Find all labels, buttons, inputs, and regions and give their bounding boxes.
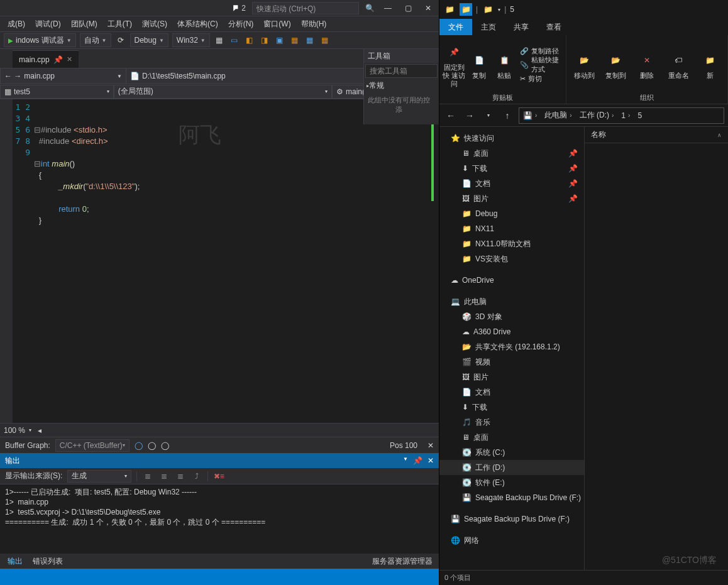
toolbox-search[interactable]: 搜索工具箱: [365, 64, 438, 78]
pin-quick-access[interactable]: 📌固定到快 速访问: [442, 42, 466, 88]
moveto-button[interactable]: 📂移动到: [569, 50, 599, 80]
buf-icon-1[interactable]: ◯: [135, 441, 143, 450]
tree-network[interactable]: 🌐网络: [439, 533, 584, 548]
out-tb-4[interactable]: ⤴: [191, 472, 202, 481]
tree-pc-11[interactable]: 💽软件 (E:): [439, 475, 584, 490]
bc-seg-2[interactable]: 1›: [617, 108, 634, 123]
code-content[interactable]: 阿飞⊟#include <stdio.h> #include <direct.h…: [34, 99, 439, 423]
nav-file[interactable]: ← → main.cpp▼: [1, 68, 126, 84]
paste-button[interactable]: 📋粘贴: [492, 50, 516, 80]
breadcrumb[interactable]: 💾› 此电脑› 工作 (D:)› 1› 5: [519, 107, 724, 124]
pin-icon[interactable]: 📌: [53, 55, 63, 64]
forward-button[interactable]: →: [462, 108, 477, 123]
tab-home[interactable]: 主页: [472, 19, 505, 35]
tree-pc-2[interactable]: 📂共享文件夹 (192.168.1.2): [439, 339, 584, 354]
back-button[interactable]: ←: [443, 108, 458, 123]
tab-output[interactable]: 输出: [3, 554, 28, 568]
file-list[interactable]: 名称∧: [584, 127, 728, 570]
bc-seg-1[interactable]: 工作 (D:)›: [576, 108, 618, 123]
tree-pc-0[interactable]: 🎲3D 对象: [439, 309, 584, 324]
notification-flag[interactable]: 2: [233, 4, 246, 13]
config1-dropdown[interactable]: 自动▼: [80, 33, 111, 47]
recent-dropdown[interactable]: ▾: [481, 108, 496, 123]
output-header[interactable]: 输出 ▼📌✕: [0, 453, 439, 468]
search-icon[interactable]: 🔍: [365, 4, 375, 13]
menu-architecture[interactable]: 体系结构(C): [172, 17, 223, 31]
bc-seg-0[interactable]: 此电脑›: [541, 108, 575, 123]
tree-pc-1[interactable]: ☁A360 Drive: [439, 324, 584, 339]
toolbox-category[interactable]: ▸ 常规: [364, 79, 439, 92]
platform-dropdown[interactable]: Win32▼: [172, 33, 210, 47]
toolbox-header[interactable]: 工具箱: [364, 49, 439, 63]
tree-quick-5[interactable]: 📁NX11: [439, 221, 584, 236]
tb-icon-4[interactable]: ◨: [259, 35, 270, 46]
cut-button[interactable]: ✂ 剪切: [517, 72, 563, 85]
refresh-icon[interactable]: ⟳: [115, 35, 126, 46]
tree-pc-7[interactable]: 🎵音乐: [439, 415, 584, 430]
copyto-button[interactable]: 📂复制到: [600, 50, 631, 80]
close-button[interactable]: ✕: [421, 4, 435, 13]
tab-share[interactable]: 共享: [505, 19, 538, 35]
chevron-down-icon[interactable]: ▾: [498, 7, 500, 13]
tree-pc-10[interactable]: 💽工作 (D:): [439, 460, 584, 475]
paste-shortcut[interactable]: 📎 粘贴快捷方式: [517, 58, 563, 71]
menu-tools[interactable]: 工具(T): [102, 17, 137, 31]
tb-icon-7[interactable]: ▦: [304, 35, 316, 46]
tree-pc-4[interactable]: 🖼图片: [439, 369, 584, 385]
tree-pc-8[interactable]: 🖥桌面: [439, 430, 584, 445]
new-button[interactable]: 📁新: [695, 50, 725, 80]
tree-quick-7[interactable]: 📁VS安装包: [439, 251, 584, 266]
close-icon[interactable]: ✕: [67, 55, 72, 63]
menu-debug[interactable]: 调试(D): [30, 17, 66, 31]
chevron-down-icon[interactable]: ▼: [403, 456, 408, 465]
pin-icon[interactable]: 📌: [413, 456, 422, 465]
tree-extra-0[interactable]: 💾Seagate Backup Plus Drive (F:): [439, 511, 584, 527]
tree-onedrive[interactable]: ☁OneDrive: [439, 273, 584, 288]
maximize-button[interactable]: ▢: [401, 4, 415, 13]
tree-pc-9[interactable]: 💽系统 (C:): [439, 445, 584, 460]
tb-icon-3[interactable]: ◧: [244, 35, 255, 46]
config-dropdown[interactable]: Debug▼: [130, 33, 168, 47]
tree-pc-12[interactable]: 💾Seagate Backup Plus Drive (F:): [439, 490, 584, 505]
out-tb-3[interactable]: ≣: [175, 472, 186, 481]
tb-icon-8[interactable]: ▦: [319, 35, 331, 46]
tree-quick-3[interactable]: 🖼图片📌: [439, 191, 584, 206]
tab-file[interactable]: 文件: [439, 19, 472, 35]
bc-seg-3[interactable]: 5: [634, 108, 646, 123]
tree-quick-0[interactable]: 🖥桌面📌: [439, 146, 584, 161]
nav-tree[interactable]: ⭐快速访问🖥桌面📌⬇下载📌📄文档📌🖼图片📌📁Debug📁NX11📁NX11.0帮…: [439, 127, 584, 570]
tree-thispc[interactable]: 💻此电脑: [439, 294, 584, 309]
delete-button[interactable]: ✕删除: [632, 50, 662, 80]
tree-quick-2[interactable]: 📄文档📌: [439, 176, 584, 191]
menu-test[interactable]: 测试(S): [137, 17, 172, 31]
close-icon[interactable]: ✕: [427, 456, 434, 465]
close-icon[interactable]: ✕: [427, 441, 434, 450]
server-explorer[interactable]: 服务器资源管理器: [368, 554, 436, 568]
tab-errorlist[interactable]: 错误列表: [28, 554, 68, 568]
tree-quick-6[interactable]: 📁NX11.0帮助文档: [439, 236, 584, 251]
zoom-value[interactable]: 100 %: [4, 426, 25, 435]
out-tb-1[interactable]: ≣: [142, 472, 153, 481]
menu-team[interactable]: 团队(M): [66, 17, 102, 31]
tab-view[interactable]: 查看: [538, 19, 570, 35]
tree-pc-6[interactable]: ⬇下载: [439, 400, 584, 415]
menu-help[interactable]: 帮助(H): [296, 17, 332, 31]
out-tb-clear[interactable]: ✖≡: [213, 472, 224, 481]
tb-icon-2[interactable]: ▭: [229, 35, 240, 46]
column-header[interactable]: 名称∧: [585, 127, 728, 143]
tab-main-cpp[interactable]: main.cpp📌✕: [13, 50, 79, 68]
tree-quick-1[interactable]: ⬇下载📌: [439, 161, 584, 176]
tb-icon-1[interactable]: ▦: [214, 35, 225, 46]
tree-quick-4[interactable]: 📁Debug: [439, 206, 584, 221]
tb-icon-6[interactable]: ▦: [289, 35, 301, 46]
buf-icon-3[interactable]: ◯: [161, 441, 169, 450]
scope-scope[interactable]: (全局范围)▾: [114, 85, 332, 99]
out-tb-2[interactable]: ≣: [158, 472, 170, 481]
rename-button[interactable]: 🏷重命名: [663, 50, 693, 80]
tb-icon-5[interactable]: ▣: [274, 35, 285, 46]
output-body[interactable]: 1>------ 已启动生成: 项目: test5, 配置: Debug Win…: [0, 484, 439, 554]
output-src-dropdown[interactable]: 生成▾: [67, 470, 131, 483]
menu-build[interactable]: 成(B): [3, 17, 30, 31]
buf-icon-2[interactable]: ◯: [148, 441, 156, 450]
tree-pc-3[interactable]: 🎬视频: [439, 354, 584, 369]
